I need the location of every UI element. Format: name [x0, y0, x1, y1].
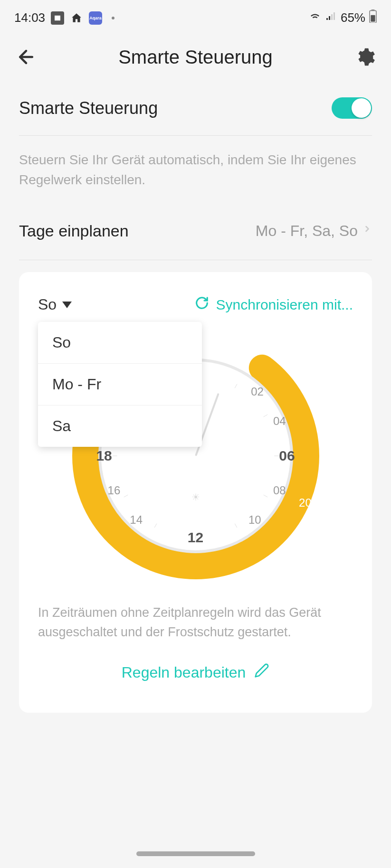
back-button[interactable] [14, 45, 38, 69]
svg-line-13 [263, 495, 267, 497]
smart-control-row: Smarte Steuerung [19, 78, 372, 128]
hour-06: 06 [279, 448, 295, 464]
schedule-days-row[interactable]: Tage einplanen Mo - Fr, Sa, So [19, 209, 372, 253]
main-content: Smarte Steuerung Steuern Sie Ihr Gerät a… [0, 78, 391, 713]
temp-badge: 20°C [299, 496, 324, 509]
schedule-value-group: Mo - Fr, Sa, So [256, 221, 372, 241]
svg-line-14 [235, 524, 237, 528]
hour-02: 02 [251, 385, 264, 398]
app-header: Smarte Steuerung [0, 31, 391, 78]
status-time: 14:03 [14, 10, 45, 25]
hour-10: 10 [248, 513, 261, 527]
svg-rect-7 [371, 15, 375, 22]
aqara-icon: Aqara [89, 11, 102, 25]
hour-12: 12 [188, 529, 203, 546]
edit-rules-label: Regeln bearbeiten [122, 664, 246, 681]
hour-14: 14 [130, 513, 143, 527]
sync-button[interactable]: Synchronisieren mit... [195, 296, 353, 313]
hour-08: 08 [273, 484, 286, 497]
dropdown-option-sa[interactable]: Sa [38, 406, 202, 447]
svg-line-16 [154, 524, 157, 528]
smart-control-description: Steuern Sie Ihr Gerät automatisch, indem… [19, 143, 372, 209]
chevron-right-icon [362, 221, 372, 241]
smart-control-toggle[interactable] [332, 97, 372, 119]
hour-16: 16 [108, 484, 121, 497]
svg-point-0 [56, 16, 57, 17]
signal-icon [325, 10, 337, 25]
dropdown-option-so[interactable]: So [38, 322, 202, 364]
day-dropdown: So Mo - Fr Sa [38, 322, 202, 447]
battery-icon [369, 9, 377, 26]
schedule-label: Tage einplanen [19, 222, 129, 240]
card-note: In Zeiträumen ohne Zeitplanregeln wird d… [38, 594, 353, 656]
day-selected-label: So [38, 296, 57, 313]
svg-line-10 [235, 384, 237, 388]
svg-rect-4 [334, 12, 335, 20]
caret-down-icon [62, 302, 72, 308]
gallery-icon [51, 11, 64, 25]
page-title: Smarte Steuerung [38, 47, 353, 68]
divider [19, 260, 372, 260]
settings-button[interactable] [353, 45, 377, 69]
hour-04: 04 [273, 415, 286, 428]
card-top-row: So Synchronisieren mit... So Mo - Fr Sa [38, 296, 353, 313]
wifi-icon [308, 9, 322, 26]
sync-icon [195, 296, 209, 313]
home-icon [70, 11, 83, 25]
toggle-knob [352, 98, 371, 118]
svg-line-17 [124, 495, 128, 497]
smart-control-title: Smarte Steuerung [19, 98, 158, 118]
divider [19, 135, 372, 136]
day-selector[interactable]: So [38, 296, 72, 313]
schedule-value: Mo - Fr, Sa, So [256, 222, 358, 240]
svg-rect-2 [329, 16, 330, 20]
android-nav-bar[interactable] [136, 851, 255, 856]
edit-rules-button[interactable]: Regeln bearbeiten [38, 656, 353, 689]
schedule-card: So Synchronisieren mit... So Mo - Fr Sa [19, 272, 372, 713]
dropdown-option-mofr[interactable]: Mo - Fr [38, 364, 202, 406]
sync-label: Synchronisieren mit... [216, 297, 353, 313]
battery-percent: 65% [341, 10, 365, 25]
notification-dot-icon [112, 17, 114, 19]
status-left: 14:03 Aqara [14, 10, 114, 25]
hour-18: 18 [96, 448, 112, 464]
status-bar: 14:03 Aqara 65% [0, 0, 391, 31]
svg-line-11 [263, 415, 267, 417]
status-right: 65% [308, 9, 377, 26]
svg-rect-1 [326, 18, 328, 20]
pencil-icon [254, 663, 269, 682]
sun-icon: ☀ [191, 491, 200, 503]
svg-rect-3 [331, 14, 333, 20]
